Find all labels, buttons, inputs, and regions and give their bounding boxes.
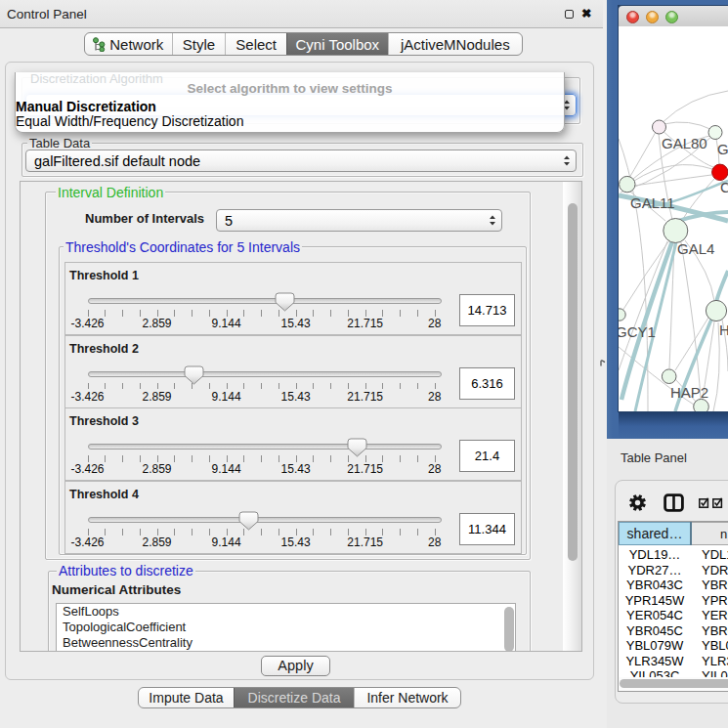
svg-text:GAL4: GAL4 bbox=[677, 240, 714, 257]
svg-text:GA: GA bbox=[717, 141, 728, 157]
svg-text:H: H bbox=[719, 321, 728, 338]
svg-text:GCY1: GCY1 bbox=[619, 323, 656, 340]
svg-text:GAL80: GAL80 bbox=[662, 135, 707, 151]
svg-text:HAP2: HAP2 bbox=[670, 384, 708, 401]
svg-text:GAL11: GAL11 bbox=[630, 194, 675, 211]
svg-text:C: C bbox=[720, 179, 728, 195]
